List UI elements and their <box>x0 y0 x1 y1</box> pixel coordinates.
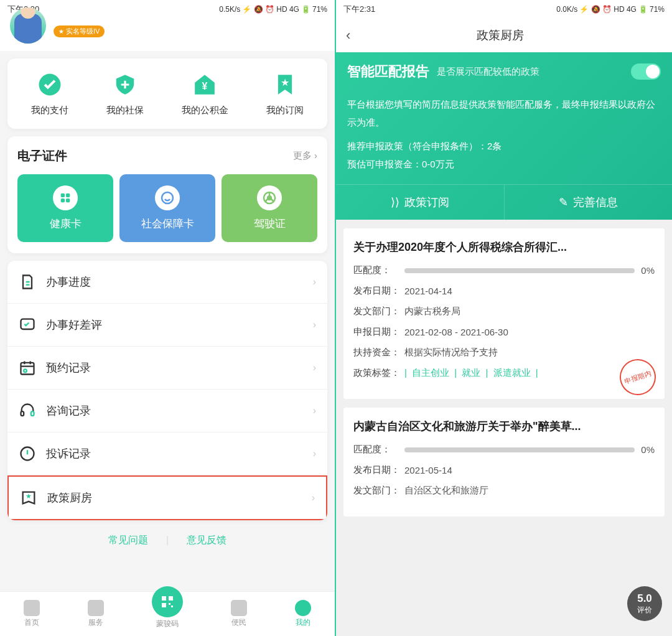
feedback-link[interactable]: 意见反馈 <box>179 535 234 545</box>
report-subtitle: 是否展示匹配较低的政策 <box>437 66 623 78</box>
shield-plus-icon <box>111 71 139 98</box>
chevron-right-icon: › <box>313 448 316 459</box>
svg-rect-13 <box>21 411 24 416</box>
status-right: 0.0K/s ⚡ 🔕 ⏰ HD 4G 🔋 71% <box>556 5 665 14</box>
svg-rect-17 <box>162 596 166 601</box>
qa-fund[interactable]: ¥ 我的公积金 <box>182 71 228 116</box>
tab-mine[interactable]: 我的 <box>295 600 311 628</box>
steering-icon <box>257 185 282 210</box>
svg-rect-20 <box>169 603 170 605</box>
calendar-icon <box>19 359 36 376</box>
edit-info-button[interactable]: ✎ 完善信息 <box>505 185 673 220</box>
svg-rect-5 <box>61 199 65 202</box>
match-progress <box>404 447 635 452</box>
tab-service[interactable]: 服务 <box>88 600 104 628</box>
status-bar: 下午2:31 0.0K/s ⚡ 🔕 ⏰ HD 4G 🔋 71% <box>336 0 672 19</box>
tab-bar: 首页 服务 蒙骏码 便民 我的 <box>0 591 335 636</box>
svg-rect-14 <box>31 411 34 416</box>
book-star-icon: ★ <box>20 489 37 507</box>
ecert-health[interactable]: 健康卡 <box>17 174 113 242</box>
policy-title: 内蒙古自治区文化和旅游厅关于举办"醉美草... <box>353 419 655 434</box>
profile-header: 实名等级IV <box>0 19 335 51</box>
item-progress[interactable]: 办事进度 › <box>7 261 327 304</box>
ecert-title: 电子证件 <box>17 147 67 164</box>
policy-tags: | 自主创业 | 就业 | 派遣就业 | <box>404 367 538 379</box>
svg-rect-11 <box>21 363 34 375</box>
headset-icon <box>19 402 36 419</box>
tab-civic[interactable]: 便民 <box>231 600 247 628</box>
svg-text:★: ★ <box>281 77 289 88</box>
svg-rect-18 <box>169 596 173 601</box>
report-body: 平台根据您填写的简历信息提供政策智能匹配服务，最终申报结果以政府公示为准。 推荐… <box>336 91 672 184</box>
policy-title: 关于办理2020年度个人所得税综合所得汇... <box>353 240 655 255</box>
report-panel: 智能匹配报告 是否展示匹配较低的政策 平台根据您填写的简历信息提供政策智能匹配服… <box>336 52 672 220</box>
bookmark-star-icon: ★ <box>271 71 299 98</box>
tab-home[interactable]: 首页 <box>24 600 40 628</box>
svg-text:★: ★ <box>26 492 32 500</box>
policy-card-1[interactable]: 关于办理2020年度个人所得税综合所得汇... 匹配度： 0% 发布日期：202… <box>343 228 665 399</box>
social-icon <box>155 185 180 210</box>
show-low-match-toggle[interactable] <box>631 63 661 80</box>
svg-rect-3 <box>61 194 65 197</box>
svg-text:¥: ¥ <box>202 81 208 91</box>
item-appointment[interactable]: 预约记录 › <box>7 347 327 390</box>
verify-badge[interactable]: 实名等级IV <box>54 26 105 37</box>
report-title: 智能匹配报告 <box>347 62 429 81</box>
item-complaint[interactable]: 投诉记录 › <box>7 433 327 475</box>
status-right: 0.5K/s ⚡ 🔕 ⏰ HD 4G 🔋 71% <box>219 5 327 14</box>
faq-link[interactable]: 常见问题 <box>101 535 156 545</box>
rating-fab[interactable]: 5.0 评价 <box>627 586 662 621</box>
qr-icon <box>152 586 183 617</box>
qa-social[interactable]: 我的社保 <box>106 71 144 116</box>
chevron-right-icon: › <box>312 492 315 503</box>
rss-icon: ⟩⟩ <box>391 195 399 209</box>
page-title: 政策厨房 <box>363 27 637 44</box>
left-phone-screen: 下午2:30 0.5K/s ⚡ 🔕 ⏰ HD 4G 🔋 71% 实名等级IV 我… <box>0 0 336 636</box>
footer-links: 常见问题 | 意见反馈 <box>0 528 335 553</box>
document-icon <box>19 273 36 291</box>
right-phone-screen: 下午2:31 0.0K/s ⚡ 🔕 ⏰ HD 4G 🔋 71% ‹ 政策厨房 智… <box>336 0 672 636</box>
policy-card-2[interactable]: 内蒙古自治区文化和旅游厅关于举办"醉美草... 匹配度： 0% 发布日期：202… <box>343 408 665 517</box>
item-review[interactable]: 办事好差评 › <box>7 304 327 347</box>
chevron-right-icon: › <box>313 276 316 288</box>
chevron-right-icon: › <box>313 319 316 330</box>
subscribe-button[interactable]: ⟩⟩ 政策订阅 <box>336 185 505 220</box>
match-progress <box>404 268 635 273</box>
mine-icon <box>295 600 311 616</box>
chevron-right-icon: › <box>313 362 316 373</box>
battery-icon: 🔋 <box>301 5 310 14</box>
qa-payment[interactable]: 我的支付 <box>31 71 68 116</box>
battery-icon: 🔋 <box>638 5 648 14</box>
status-stamp: 申报期内 <box>615 354 660 400</box>
svg-rect-6 <box>66 199 70 202</box>
svg-rect-19 <box>162 603 166 607</box>
ecert-section: 电子证件 更多 › 健康卡 社会保障卡 驾驶证 <box>7 136 327 253</box>
ecert-drive[interactable]: 驾驶证 <box>222 174 317 242</box>
tab-code[interactable]: 蒙骏码 <box>152 599 183 629</box>
civic-icon <box>231 600 247 616</box>
menu-list: 办事进度 › 办事好差评 › 预约记录 › 咨询记录 › 投诉记录 › ★ 政策… <box>7 261 327 520</box>
chevron-right-icon: › <box>313 405 316 416</box>
house-yen-icon: ¥ <box>191 71 218 98</box>
back-button[interactable]: ‹ <box>346 27 350 44</box>
item-policy-kitchen[interactable]: ★ 政策厨房 › <box>7 475 327 520</box>
alert-icon <box>19 445 36 462</box>
checkmark-icon <box>36 71 63 98</box>
home-icon <box>24 600 40 616</box>
status-time: 下午2:31 <box>343 4 375 15</box>
status-bar: 下午2:30 0.5K/s ⚡ 🔕 ⏰ HD 4G 🔋 71% <box>0 0 335 19</box>
avatar[interactable] <box>10 7 46 44</box>
qa-subscribe[interactable]: ★ 我的订阅 <box>266 71 304 116</box>
svg-point-12 <box>24 369 27 372</box>
svg-rect-21 <box>171 606 173 607</box>
ecert-social[interactable]: 社会保障卡 <box>119 174 215 242</box>
service-icon <box>88 600 104 616</box>
svg-point-7 <box>162 192 173 203</box>
ecert-more-link[interactable]: 更多 › <box>293 150 317 162</box>
svg-point-9 <box>268 196 271 200</box>
quick-actions: 我的支付 我的社保 ¥ 我的公积金 ★ 我的订阅 <box>7 58 327 129</box>
nav-header: ‹ 政策厨房 <box>336 19 672 52</box>
health-icon <box>53 185 78 210</box>
item-consult[interactable]: 咨询记录 › <box>7 390 327 433</box>
chat-check-icon <box>19 316 36 334</box>
